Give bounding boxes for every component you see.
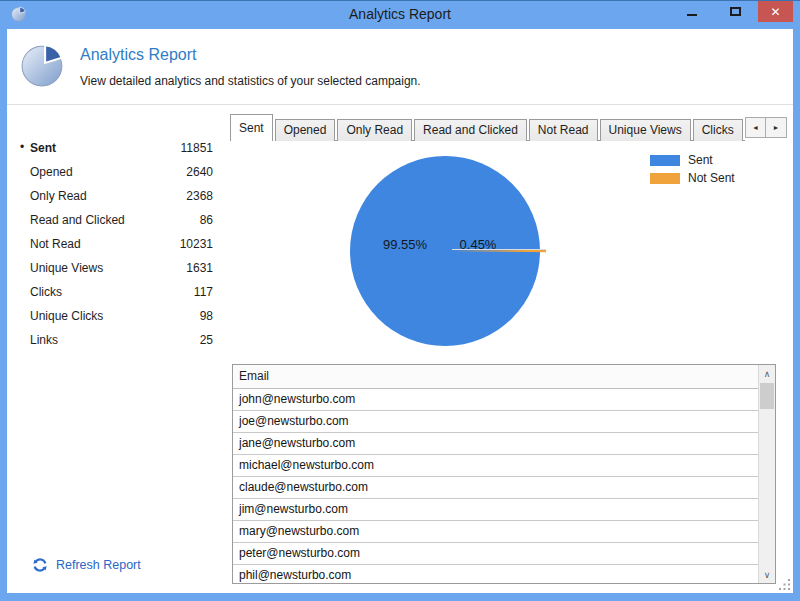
app-window: Analytics Report ✕ Analytics Report View…: [0, 0, 800, 601]
stat-row[interactable]: • Only Read 2368: [7, 184, 223, 208]
legend-item: Not Sent: [650, 171, 735, 185]
maximize-icon: [730, 7, 741, 16]
minimize-icon: [687, 14, 697, 16]
scroll-down-button[interactable]: ∨: [759, 566, 775, 583]
stat-value: 10231: [180, 237, 213, 251]
stat-value: 11851: [181, 141, 213, 155]
close-icon: ✕: [770, 5, 780, 19]
tab-scroll-left-button[interactable]: ◄: [745, 117, 766, 138]
scrollbar-thumb[interactable]: [760, 383, 774, 409]
stat-row[interactable]: • Clicks 117: [7, 280, 223, 304]
pie-minor-label: 0.45%: [443, 237, 513, 252]
email-row[interactable]: peter@newsturbo.com: [233, 543, 758, 565]
refresh-report-button[interactable]: Refresh Report: [32, 557, 141, 573]
resize-grip[interactable]: [778, 578, 791, 591]
chevron-down-icon: ∨: [764, 570, 771, 580]
tab-scroll-right-button[interactable]: ►: [766, 117, 787, 138]
email-table: Email john@newsturbo.comjoe@newsturbo.co…: [232, 364, 776, 584]
report-tab[interactable]: Only Read: [337, 119, 412, 141]
legend-swatch: [650, 173, 680, 184]
email-row[interactable]: joe@newsturbo.com: [233, 411, 758, 433]
email-row[interactable]: mary@newsturbo.com: [233, 521, 758, 543]
stat-label: Only Read: [30, 189, 186, 203]
email-table-main: Email john@newsturbo.comjoe@newsturbo.co…: [233, 365, 758, 583]
page-subtitle: View detailed analytics and statistics o…: [80, 74, 421, 88]
chart-legend: Sent Not Sent: [650, 153, 735, 189]
stat-label: Read and Clicked: [30, 213, 200, 227]
report-tab[interactable]: Not Read: [529, 119, 598, 141]
stat-row[interactable]: • Opened 2640: [7, 160, 223, 184]
email-column-header[interactable]: Email: [233, 365, 758, 389]
stats-list: • Sent 11851 • Opened 2640 • Only Read 2…: [7, 136, 223, 352]
report-tab[interactable]: Clicks: [693, 119, 743, 141]
page-title: Analytics Report: [80, 46, 197, 64]
report-tab[interactable]: Sent: [230, 114, 273, 141]
stat-value: 86: [200, 213, 213, 227]
arrow-right-icon: ►: [773, 124, 780, 131]
stat-label: Opened: [30, 165, 186, 179]
stat-row[interactable]: • Links 25: [7, 328, 223, 352]
refresh-label: Refresh Report: [56, 558, 141, 572]
stat-label: Links: [30, 333, 200, 347]
window-content: Analytics Report View detailed analytics…: [7, 29, 793, 593]
chevron-up-icon: ∧: [764, 369, 771, 379]
email-row[interactable]: michael@newsturbo.com: [233, 455, 758, 477]
email-rows: john@newsturbo.comjoe@newsturbo.comjane@…: [233, 389, 758, 583]
arrow-left-icon: ◄: [752, 124, 759, 131]
header-divider: [7, 104, 793, 105]
email-scrollbar[interactable]: ∧ ∨: [758, 365, 775, 583]
email-row[interactable]: john@newsturbo.com: [233, 389, 758, 411]
legend-label: Not Sent: [688, 171, 735, 185]
email-row[interactable]: jane@newsturbo.com: [233, 433, 758, 455]
stat-row[interactable]: • Unique Views 1631: [7, 256, 223, 280]
stat-value: 25: [200, 333, 213, 347]
stat-value: 2640: [186, 165, 213, 179]
stat-row[interactable]: • Sent 11851: [7, 136, 223, 160]
tab-scroll-buttons: ◄ ►: [745, 117, 787, 138]
stat-label: Not Read: [30, 237, 180, 251]
stat-label: Clicks: [30, 285, 194, 299]
stat-value: 98: [200, 309, 213, 323]
report-tabstrip: SentOpenedOnly ReadRead and ClickedNot R…: [230, 114, 787, 141]
stat-value: 117: [194, 285, 213, 299]
stat-label: Sent: [30, 141, 181, 155]
stat-row[interactable]: • Unique Clicks 98: [7, 304, 223, 328]
maximize-button[interactable]: [720, 1, 750, 22]
legend-swatch: [650, 155, 680, 166]
stat-label: Unique Views: [30, 261, 186, 275]
report-tab[interactable]: Opened: [275, 119, 336, 141]
close-button[interactable]: ✕: [758, 1, 793, 22]
report-tab[interactable]: Read and Clicked: [414, 119, 527, 141]
legend-label: Sent: [688, 153, 713, 167]
email-row[interactable]: jim@newsturbo.com: [233, 499, 758, 521]
titlebar[interactable]: Analytics Report ✕: [0, 1, 800, 29]
stat-label: Unique Clicks: [30, 309, 200, 323]
tabs-viewport: SentOpenedOnly ReadRead and ClickedNot R…: [230, 114, 745, 141]
pie-major-label: 99.55%: [370, 237, 440, 252]
email-row[interactable]: claude@newsturbo.com: [233, 477, 758, 499]
stat-row[interactable]: • Not Read 10231: [7, 232, 223, 256]
stat-row[interactable]: • Read and Clicked 86: [7, 208, 223, 232]
stat-value: 1631: [186, 261, 213, 275]
scroll-up-button[interactable]: ∧: [759, 365, 775, 382]
analytics-pie-icon: [20, 42, 66, 88]
pie-chart: [230, 141, 660, 364]
report-tab[interactable]: Unique Views: [600, 119, 691, 141]
refresh-icon: [32, 557, 48, 573]
legend-item: Sent: [650, 153, 735, 167]
minimize-button[interactable]: [677, 1, 707, 22]
active-bullet-icon: •: [20, 140, 24, 154]
stat-value: 2368: [186, 189, 213, 203]
email-row[interactable]: phil@newsturbo.com: [233, 565, 758, 583]
